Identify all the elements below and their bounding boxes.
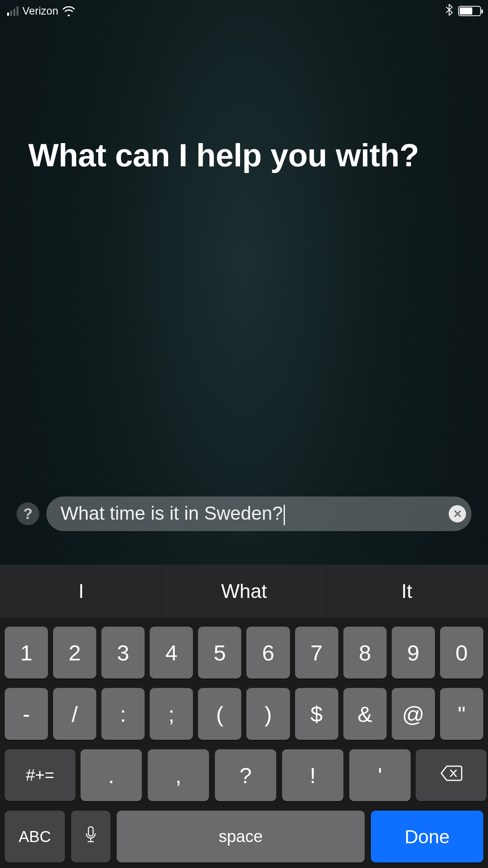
keyboard-keys: 1 2 3 4 5 6 7 8 9 0 - / : ; ( ) $ & @ " … (0, 618, 488, 868)
key-colon[interactable]: : (101, 688, 145, 740)
key-at[interactable]: @ (392, 688, 435, 740)
key-semicolon[interactable]: ; (150, 688, 193, 740)
key-7[interactable]: 7 (295, 627, 338, 679)
key-2[interactable]: 2 (53, 627, 96, 679)
key-row-3: #+= . , ? ! ' (5, 749, 483, 801)
key-open-paren[interactable]: ( (198, 688, 241, 740)
suggestion-3[interactable]: It (325, 565, 488, 618)
key-apostrophe[interactable]: ' (349, 749, 411, 801)
key-close-paren[interactable]: ) (246, 688, 290, 740)
key-comma[interactable]: , (148, 749, 209, 801)
key-exclaim[interactable]: ! (282, 749, 343, 801)
key-symbols-toggle[interactable]: #+= (5, 749, 75, 801)
keyboard: I What It 1 2 3 4 5 6 7 8 9 0 - / : ; ( … (0, 565, 488, 868)
help-icon: ? (23, 506, 32, 522)
siri-text-input[interactable]: What time is it in Sweden? ✕ (46, 497, 471, 531)
key-row-1: 1 2 3 4 5 6 7 8 9 0 (5, 627, 483, 679)
clear-input-button[interactable]: ✕ (449, 505, 466, 522)
svg-rect-0 (88, 827, 93, 836)
key-row-4: ABC space Done (5, 811, 483, 862)
suggestion-1[interactable]: I (0, 565, 162, 618)
key-question[interactable]: ? (215, 749, 276, 801)
battery-icon (458, 6, 481, 16)
key-quote[interactable]: " (440, 688, 483, 740)
key-abc-toggle[interactable]: ABC (5, 811, 65, 862)
status-bar: Verizon (0, 0, 488, 22)
key-ampersand[interactable]: & (343, 688, 387, 740)
key-8[interactable]: 8 (343, 627, 387, 679)
help-button[interactable]: ? (17, 502, 39, 525)
key-space[interactable]: space (117, 811, 365, 862)
siri-input-value: What time is it in Sweden? (61, 503, 283, 524)
siri-prompt: What can I help you with? (28, 138, 460, 173)
status-right (446, 4, 481, 18)
bluetooth-icon (446, 4, 453, 18)
key-dollar[interactable]: $ (295, 688, 338, 740)
key-4[interactable]: 4 (150, 627, 193, 679)
microphone-icon (84, 825, 97, 848)
key-slash[interactable]: / (53, 688, 96, 740)
cell-signal-icon (7, 6, 18, 16)
key-5[interactable]: 5 (198, 627, 241, 679)
close-icon: ✕ (453, 508, 462, 520)
status-left: Verizon (7, 5, 75, 17)
key-9[interactable]: 9 (392, 627, 435, 679)
key-done[interactable]: Done (371, 811, 483, 862)
key-row-2: - / : ; ( ) $ & @ " (5, 688, 483, 740)
key-backspace[interactable] (416, 749, 486, 801)
key-6[interactable]: 6 (246, 627, 290, 679)
suggestion-2[interactable]: What (162, 565, 325, 618)
key-3[interactable]: 3 (101, 627, 145, 679)
siri-input-text: What time is it in Sweden? (61, 502, 449, 525)
carrier-label: Verizon (22, 5, 58, 17)
siri-input-row: ? What time is it in Sweden? ✕ (0, 494, 488, 533)
key-period[interactable]: . (81, 749, 142, 801)
wifi-icon (62, 6, 75, 16)
text-cursor (284, 505, 285, 525)
keyboard-suggestions: I What It (0, 565, 488, 618)
key-dash[interactable]: - (5, 688, 48, 740)
key-1[interactable]: 1 (5, 627, 48, 679)
key-0[interactable]: 0 (440, 627, 483, 679)
key-dictation[interactable] (71, 811, 110, 862)
backspace-icon (440, 765, 462, 786)
